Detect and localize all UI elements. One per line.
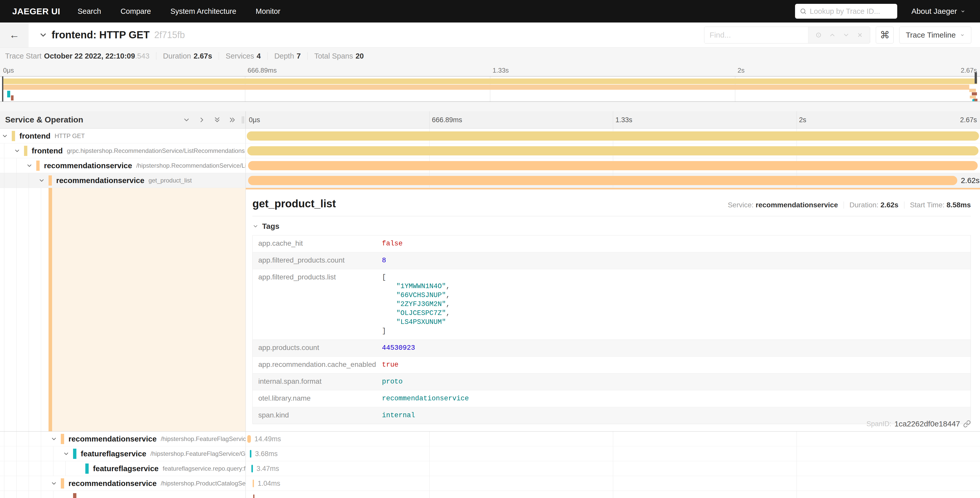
meta-value: October 22 2022, 22:10:09	[44, 52, 135, 60]
tree-chevron[interactable]	[51, 480, 57, 487]
tree-chevron[interactable]	[38, 177, 45, 184]
span-row[interactable]: frontendgrpc.hipstershop.RecommendationS…	[0, 144, 980, 158]
span-timeline-cell[interactable]: 1.04ms	[246, 476, 980, 491]
trace-id-search-input[interactable]	[810, 7, 906, 16]
tag-row[interactable]: app.filtered_products.list["1YMWWN1N4O",…	[253, 269, 970, 340]
span-name-cell[interactable]: recommendationservice/hipstershop.Recomm…	[0, 158, 246, 173]
span-name-cell[interactable]	[0, 491, 246, 498]
span-timeline-cell[interactable]	[246, 144, 980, 158]
span-detail-indent	[0, 188, 246, 431]
minimap-left-handle[interactable]	[2, 77, 3, 102]
span-timeline-cell[interactable]: 3.68ms	[246, 446, 980, 461]
span-row[interactable]: recommendationservice/hipstershop.Featur…	[0, 431, 980, 446]
minimap-right-handle[interactable]	[975, 72, 977, 84]
tree-chevron[interactable]	[26, 162, 33, 169]
tag-row[interactable]: app.filtered_products.count8	[253, 252, 970, 269]
clear-find-button[interactable]	[856, 32, 864, 38]
tag-row[interactable]: app.products.count44530923	[253, 340, 970, 357]
span-row[interactable]: recommendationservice/hipstershop.Recomm…	[0, 158, 980, 173]
collapse-all-button[interactable]	[213, 116, 221, 124]
span-timeline-cell[interactable]	[246, 491, 980, 498]
span-row[interactable]: recommendationserviceget_product_list2.6…	[0, 173, 980, 188]
span-color-bar	[12, 131, 15, 141]
tag-row[interactable]: otel.library.namerecommendationservice	[253, 390, 970, 407]
span-row[interactable]: recommendationservice/hipstershop.Produc…	[0, 476, 980, 491]
span-name-cell[interactable]: frontendHTTP GET	[0, 129, 246, 144]
span-duration-bar[interactable]	[253, 480, 254, 487]
expand-all-button[interactable]	[229, 116, 236, 124]
span-service-name: recommendationservice	[56, 176, 144, 185]
time-tick: 2s	[799, 116, 807, 124]
span-timeline-cell[interactable]: 2.62s	[246, 173, 980, 188]
indent-guide	[41, 491, 41, 498]
tree-chevron[interactable]	[51, 436, 57, 442]
span-duration-bar[interactable]	[247, 131, 979, 140]
span-name-cell[interactable]: frontendgrpc.hipstershop.RecommendationS…	[0, 144, 246, 158]
view-mode-select[interactable]: Trace Timeline	[899, 27, 971, 43]
find-next-button[interactable]	[843, 32, 850, 38]
span-name-cell[interactable]: recommendationservice/hipstershop.Produc…	[0, 476, 246, 491]
nav-item-search[interactable]: Search	[78, 7, 101, 16]
tree-chevron[interactable]	[2, 132, 8, 139]
nav-item-monitor[interactable]: Monitor	[256, 7, 280, 16]
expand-one-button[interactable]	[198, 116, 206, 124]
span-row[interactable]: featureflagservicefeatureflagservice.rep…	[0, 461, 980, 476]
column-resize-handle[interactable]	[242, 117, 244, 123]
span-row[interactable]: frontendHTTP GET	[0, 129, 980, 144]
trace-id-search-box[interactable]	[795, 4, 897, 19]
span-timeline-cell[interactable]	[246, 129, 980, 144]
collapse-one-button[interactable]	[183, 116, 190, 124]
span-row[interactable]	[0, 491, 980, 498]
focus-match-button[interactable]	[815, 32, 822, 38]
span-name-cell[interactable]: featureflagservicefeatureflagservice.rep…	[0, 461, 246, 476]
link-icon[interactable]	[963, 420, 971, 428]
gridline	[430, 431, 430, 446]
tag-row[interactable]: app.cache_hitfalse	[253, 235, 970, 252]
detail-stat-value: recommendationservice	[756, 201, 838, 209]
minimap-canvas[interactable]	[0, 76, 980, 102]
find-prev-button[interactable]	[829, 32, 836, 38]
gridline	[430, 461, 430, 476]
tree-chevron[interactable]	[14, 147, 21, 154]
span-duration-label: 3.68ms	[255, 450, 278, 458]
span-label: frontendHTTP GET	[19, 129, 85, 143]
span-timeline-cell[interactable]: 3.47ms	[246, 461, 980, 476]
trace-minimap: 0μs666.89ms1.33s2s2.67s	[0, 64, 980, 111]
top-navbar: JAEGER UI SearchCompareSystem Architectu…	[0, 0, 980, 22]
span-duration-bar[interactable]	[248, 176, 957, 185]
back-button[interactable]: ←	[0, 22, 29, 47]
span-duration-bar[interactable]	[253, 495, 255, 498]
span-row[interactable]: featureflagservice/hipstershop.FeatureFl…	[0, 446, 980, 461]
span-duration-bar[interactable]	[247, 435, 251, 443]
tree-chevron[interactable]	[63, 450, 70, 457]
nav-item-compare[interactable]: Compare	[121, 7, 151, 16]
find-input[interactable]	[704, 27, 808, 43]
span-service-name: frontend	[19, 132, 51, 140]
command-icon: ⌘	[880, 29, 889, 41]
span-duration-bar[interactable]	[248, 161, 978, 170]
minimap-span-bar	[969, 89, 976, 92]
span-name-cell[interactable]: recommendationserviceget_product_list	[0, 173, 246, 188]
tag-row[interactable]: app.recommendation.cache_enabledtrue	[253, 357, 970, 374]
span-duration-bar[interactable]	[247, 146, 979, 155]
span-timeline-cell[interactable]: 14.49ms	[246, 431, 980, 446]
span-name-cell[interactable]: recommendationservice/hipstershop.Featur…	[0, 431, 246, 446]
gridline	[797, 446, 797, 461]
meta-item: Total Spans20	[314, 52, 364, 60]
nav-item-system-architecture[interactable]: System Architecture	[170, 7, 236, 16]
divider	[307, 52, 308, 60]
span-timeline-cell[interactable]	[246, 158, 980, 173]
tag-row[interactable]: span.kindinternal	[253, 407, 970, 424]
app-brand[interactable]: JAEGER UI	[12, 6, 60, 16]
span-duration-bar[interactable]	[250, 450, 251, 458]
tag-row[interactable]: internal.span.formatproto	[253, 374, 970, 390]
span-name-cell[interactable]: featureflagservice/hipstershop.FeatureFl…	[0, 446, 246, 461]
keyboard-shortcuts-button[interactable]: ⌘	[876, 27, 894, 43]
indent-guide	[41, 476, 41, 491]
trace-collapse-toggle[interactable]	[39, 31, 48, 39]
tag-key: internal.span.format	[253, 374, 382, 390]
span-service-name: frontend	[32, 147, 63, 155]
span-duration-bar[interactable]	[251, 465, 253, 472]
tags-section-toggle[interactable]: Tags	[252, 222, 280, 231]
about-jaeger-menu[interactable]: About Jaeger	[912, 7, 966, 16]
